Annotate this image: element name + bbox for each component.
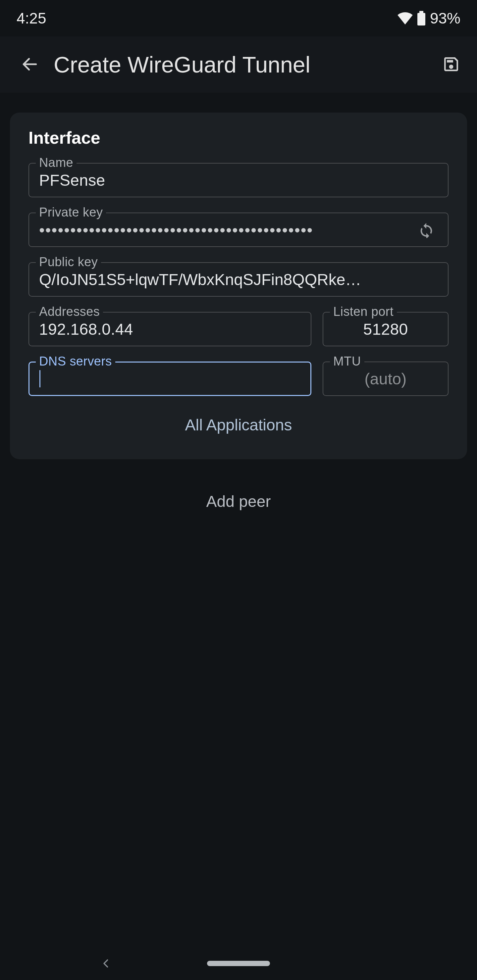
arrow-left-icon [21, 55, 39, 75]
addresses-label: Addresses [36, 305, 103, 319]
save-button[interactable] [435, 48, 468, 81]
section-title: Interface [29, 128, 448, 148]
listen-port-field: Listen port [323, 312, 448, 346]
add-peer-button[interactable]: Add peer [10, 492, 467, 511]
mtu-input[interactable] [333, 370, 438, 388]
svg-rect-1 [417, 13, 425, 25]
page-title: Create WireGuard Tunnel [46, 52, 435, 78]
mtu-label: MTU [330, 354, 364, 369]
listen-port-input[interactable] [333, 320, 438, 338]
system-back-button[interactable] [99, 957, 113, 970]
app-bar: Create WireGuard Tunnel [0, 37, 477, 93]
status-right: 93% [397, 9, 460, 27]
name-input[interactable] [39, 171, 438, 189]
system-nav-bar [0, 947, 477, 980]
wifi-icon [397, 12, 413, 24]
private-key-field: Private key ••••••••••••••••••••••••••••… [29, 213, 448, 247]
listen-port-label: Listen port [330, 305, 397, 319]
battery-percent: 93% [430, 9, 460, 27]
dns-field: DNS servers [29, 361, 311, 396]
mtu-field: MTU [323, 361, 448, 396]
name-field: Name [29, 163, 448, 197]
regenerate-key-button[interactable] [415, 218, 438, 241]
all-applications-button[interactable]: All Applications [29, 416, 448, 434]
battery-icon [416, 11, 427, 25]
back-button[interactable] [13, 48, 46, 81]
dns-label: DNS servers [36, 354, 115, 369]
interface-card: Interface Name Private key •••••••••••••… [10, 113, 467, 459]
public-key-field: Public key Q/IoJN51S5+lqwTF/WbxKnqSJFin8… [29, 262, 448, 297]
svg-rect-0 [420, 11, 423, 13]
text-caret [40, 370, 40, 387]
addresses-input[interactable] [39, 320, 301, 338]
public-key-value[interactable]: Q/IoJN51S5+lqwTF/WbxKnqSJFin8QQRke… [39, 270, 438, 289]
home-handle[interactable] [207, 961, 270, 966]
refresh-icon [418, 221, 435, 239]
name-label: Name [36, 156, 77, 170]
private-key-label: Private key [36, 205, 106, 220]
addresses-field: Addresses [29, 312, 311, 346]
status-time: 4:25 [17, 9, 46, 27]
status-bar: 4:25 93% [0, 0, 477, 37]
public-key-label: Public key [36, 255, 101, 269]
save-icon [442, 55, 460, 75]
private-key-value[interactable]: ••••••••••••••••••••••••••••••••••••••••… [39, 221, 408, 239]
